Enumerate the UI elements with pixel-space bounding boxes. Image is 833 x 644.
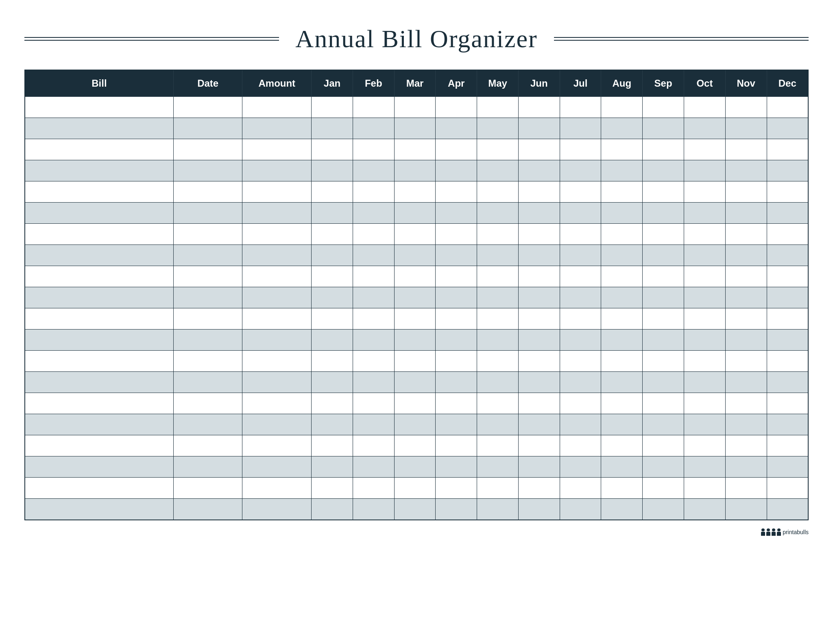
table-cell-row6-col12[interactable] — [643, 203, 684, 224]
table-cell-row5-col10[interactable] — [560, 181, 601, 203]
table-cell-row7-col13[interactable] — [684, 224, 726, 245]
table-cell-row9-col1[interactable] — [25, 266, 173, 287]
table-cell-row16-col7[interactable] — [436, 414, 477, 435]
table-cell-row19-col5[interactable] — [353, 478, 394, 499]
table-cell-row19-col10[interactable] — [560, 478, 601, 499]
table-cell-row4-col1[interactable] — [25, 160, 173, 181]
table-cell-row18-col8[interactable] — [477, 456, 519, 478]
table-cell-row5-col7[interactable] — [436, 181, 477, 203]
table-cell-row6-col14[interactable] — [725, 203, 767, 224]
table-cell-row19-col3[interactable] — [242, 478, 312, 499]
table-cell-row9-col7[interactable] — [436, 266, 477, 287]
table-row[interactable] — [25, 393, 808, 414]
table-cell-row3-col6[interactable] — [394, 139, 436, 160]
table-cell-row18-col11[interactable] — [601, 456, 643, 478]
table-cell-row11-col15[interactable] — [767, 308, 808, 330]
table-cell-row11-col1[interactable] — [25, 308, 173, 330]
table-cell-row15-col12[interactable] — [643, 393, 684, 414]
table-cell-row1-col2[interactable] — [173, 97, 242, 118]
table-cell-row20-col13[interactable] — [684, 499, 726, 520]
table-cell-row15-col2[interactable] — [173, 393, 242, 414]
table-cell-row1-col8[interactable] — [477, 97, 519, 118]
table-cell-row13-col8[interactable] — [477, 351, 519, 372]
table-cell-row10-col9[interactable] — [518, 287, 560, 308]
table-cell-row8-col14[interactable] — [725, 245, 767, 266]
table-cell-row15-col1[interactable] — [25, 393, 173, 414]
table-cell-row8-col8[interactable] — [477, 245, 519, 266]
table-cell-row1-col4[interactable] — [312, 97, 353, 118]
table-cell-row3-col1[interactable] — [25, 139, 173, 160]
table-cell-row20-col11[interactable] — [601, 499, 643, 520]
table-cell-row8-col13[interactable] — [684, 245, 726, 266]
table-cell-row3-col13[interactable] — [684, 139, 726, 160]
table-cell-row17-col5[interactable] — [353, 435, 394, 456]
table-cell-row5-col14[interactable] — [725, 181, 767, 203]
table-cell-row12-col2[interactable] — [173, 330, 242, 351]
table-cell-row12-col6[interactable] — [394, 330, 436, 351]
table-row[interactable] — [25, 414, 808, 435]
table-cell-row10-col13[interactable] — [684, 287, 726, 308]
table-cell-row18-col4[interactable] — [312, 456, 353, 478]
table-cell-row3-col4[interactable] — [312, 139, 353, 160]
table-cell-row6-col7[interactable] — [436, 203, 477, 224]
table-cell-row11-col4[interactable] — [312, 308, 353, 330]
table-row[interactable] — [25, 372, 808, 393]
table-cell-row19-col6[interactable] — [394, 478, 436, 499]
table-cell-row8-col11[interactable] — [601, 245, 643, 266]
table-cell-row9-col11[interactable] — [601, 266, 643, 287]
table-cell-row11-col7[interactable] — [436, 308, 477, 330]
table-cell-row18-col6[interactable] — [394, 456, 436, 478]
table-cell-row11-col10[interactable] — [560, 308, 601, 330]
table-cell-row16-col14[interactable] — [725, 414, 767, 435]
table-cell-row7-col10[interactable] — [560, 224, 601, 245]
table-cell-row10-col4[interactable] — [312, 287, 353, 308]
table-cell-row16-col4[interactable] — [312, 414, 353, 435]
table-cell-row8-col4[interactable] — [312, 245, 353, 266]
table-cell-row18-col1[interactable] — [25, 456, 173, 478]
table-cell-row2-col8[interactable] — [477, 118, 519, 139]
table-cell-row20-col4[interactable] — [312, 499, 353, 520]
table-cell-row10-col15[interactable] — [767, 287, 808, 308]
table-cell-row4-col10[interactable] — [560, 160, 601, 181]
table-cell-row15-col7[interactable] — [436, 393, 477, 414]
table-cell-row9-col10[interactable] — [560, 266, 601, 287]
table-cell-row20-col14[interactable] — [725, 499, 767, 520]
table-cell-row15-col10[interactable] — [560, 393, 601, 414]
table-cell-row2-col6[interactable] — [394, 118, 436, 139]
table-cell-row18-col13[interactable] — [684, 456, 726, 478]
table-cell-row2-col5[interactable] — [353, 118, 394, 139]
table-row[interactable] — [25, 181, 808, 203]
table-cell-row4-col12[interactable] — [643, 160, 684, 181]
table-cell-row8-col2[interactable] — [173, 245, 242, 266]
table-cell-row15-col6[interactable] — [394, 393, 436, 414]
table-cell-row5-col2[interactable] — [173, 181, 242, 203]
table-cell-row17-col7[interactable] — [436, 435, 477, 456]
table-cell-row10-col11[interactable] — [601, 287, 643, 308]
table-cell-row7-col2[interactable] — [173, 224, 242, 245]
table-cell-row17-col12[interactable] — [643, 435, 684, 456]
table-cell-row9-col9[interactable] — [518, 266, 560, 287]
table-cell-row3-col2[interactable] — [173, 139, 242, 160]
table-cell-row9-col3[interactable] — [242, 266, 312, 287]
table-cell-row1-col13[interactable] — [684, 97, 726, 118]
table-cell-row10-col12[interactable] — [643, 287, 684, 308]
table-cell-row5-col13[interactable] — [684, 181, 726, 203]
table-cell-row13-col5[interactable] — [353, 351, 394, 372]
table-cell-row13-col1[interactable] — [25, 351, 173, 372]
table-cell-row5-col1[interactable] — [25, 181, 173, 203]
table-cell-row12-col4[interactable] — [312, 330, 353, 351]
table-cell-row15-col15[interactable] — [767, 393, 808, 414]
table-cell-row6-col15[interactable] — [767, 203, 808, 224]
table-cell-row10-col14[interactable] — [725, 287, 767, 308]
table-cell-row3-col8[interactable] — [477, 139, 519, 160]
table-cell-row13-col10[interactable] — [560, 351, 601, 372]
table-cell-row11-col9[interactable] — [518, 308, 560, 330]
table-cell-row9-col5[interactable] — [353, 266, 394, 287]
table-cell-row18-col9[interactable] — [518, 456, 560, 478]
table-cell-row15-col11[interactable] — [601, 393, 643, 414]
table-cell-row6-col13[interactable] — [684, 203, 726, 224]
table-row[interactable] — [25, 139, 808, 160]
table-row[interactable] — [25, 330, 808, 351]
table-cell-row20-col8[interactable] — [477, 499, 519, 520]
table-row[interactable] — [25, 245, 808, 266]
